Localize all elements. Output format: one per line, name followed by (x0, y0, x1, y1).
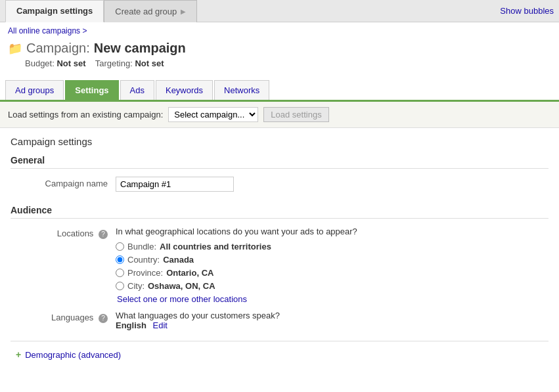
nav-tabs: Ad groups Settings Ads Keywords Networks (0, 80, 559, 102)
location-option-country: Country: Canada (116, 255, 548, 265)
load-settings-bar: Load settings from an existing campaign:… (0, 102, 559, 128)
languages-label: Languages ? (24, 311, 116, 323)
nav-tab-networks[interactable]: Networks (214, 80, 269, 100)
campaign-header: 📁 Campaign: New campaign Budget: Not set… (0, 38, 559, 74)
languages-value-row: English Edit (116, 320, 548, 330)
nav-tab-ads[interactable]: Ads (120, 80, 154, 100)
location-option-city: City: Oshawa, ON, CA (116, 281, 548, 291)
location-radio-province[interactable] (116, 269, 124, 277)
load-settings-button[interactable]: Load settings (263, 107, 328, 122)
locations-label: Locations ? (24, 227, 116, 239)
location-radio-bundle[interactable] (116, 242, 124, 251)
show-bubbles-button[interactable]: Show bubbles (500, 6, 554, 16)
targeting-label: Targeting: (95, 58, 133, 68)
load-settings-label: Load settings from an existing campaign: (8, 110, 163, 120)
campaign-name-control (116, 177, 548, 192)
location-radio-country[interactable] (116, 255, 124, 264)
campaign-name: New campaign (94, 41, 186, 56)
languages-help-icon[interactable]: ? (99, 314, 108, 323)
targeting-value: Not set (135, 58, 164, 68)
budget-value: Not set (56, 58, 85, 68)
location-radio-city[interactable] (116, 282, 124, 290)
campaign-name-row: Campaign name (11, 177, 548, 192)
languages-value: English (116, 320, 146, 330)
tab-campaign-settings[interactable]: Campaign settings (5, 0, 104, 22)
demographic-row[interactable]: + Demographic (advanced) (11, 341, 548, 360)
select-locations-link[interactable]: Select one or more other locations (117, 294, 548, 304)
folder-icon: 📁 (8, 41, 22, 56)
campaign-label: Campaign: (26, 41, 90, 56)
locations-row: Locations ? In what geographical locatio… (11, 227, 548, 304)
nav-tab-settings[interactable]: Settings (65, 80, 118, 100)
nav-tab-ad-groups[interactable]: Ad groups (5, 80, 64, 100)
main-content: Campaign settings General Campaign name … (0, 128, 559, 368)
campaign-settings-tab-label: Campaign settings (16, 6, 93, 16)
campaign-name-input[interactable] (116, 177, 234, 192)
general-header: General (11, 155, 548, 169)
location-option-bundle: Bundle: All countries and territories (116, 242, 548, 251)
audience-header: Audience (11, 205, 548, 219)
nav-tab-keywords[interactable]: Keywords (156, 80, 213, 100)
breadcrumb: All online campaigns > (0, 22, 559, 38)
demographic-label: Demographic (advanced) (25, 350, 121, 360)
locations-question: In what geographical locations do you wa… (116, 227, 548, 236)
breadcrumb-link[interactable]: All online campaigns > (8, 26, 87, 35)
section-title: Campaign settings (11, 136, 548, 147)
campaign-name-label: Campaign name (24, 177, 116, 188)
top-tab-bar: Campaign settings Create ad group ▶ Show… (0, 0, 559, 22)
plus-icon: + (16, 349, 21, 360)
location-option-province: Province: Ontario, CA (116, 268, 548, 278)
create-ad-group-tab-label: Create ad group (115, 7, 177, 16)
audience-section: Audience Locations ? In what geographica… (11, 205, 548, 330)
campaign-title: 📁 Campaign: New campaign (8, 41, 551, 56)
tab-create-ad-group[interactable]: Create ad group ▶ (104, 0, 197, 22)
budget-label: Budget: (25, 58, 55, 68)
locations-help-icon[interactable]: ? (99, 230, 108, 239)
languages-edit-link[interactable]: Edit (153, 320, 168, 330)
languages-question: What languages do your customers speak? (116, 311, 548, 320)
languages-control: What languages do your customers speak? … (116, 311, 548, 330)
tab-arrow-icon: ▶ (181, 8, 186, 15)
locations-control: In what geographical locations do you wa… (116, 227, 548, 304)
campaign-meta: Budget: Not set Targeting: Not set (8, 58, 551, 68)
load-settings-select[interactable]: Select campaign... (168, 107, 258, 122)
languages-row: Languages ? What languages do your custo… (11, 311, 548, 330)
